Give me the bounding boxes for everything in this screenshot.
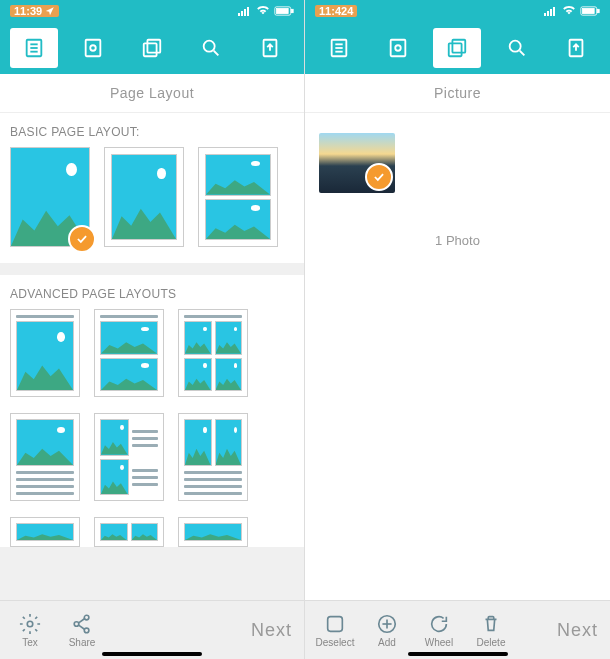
add-label: Add xyxy=(378,637,396,648)
layout-adv-9[interactable] xyxy=(178,517,248,547)
svg-line-40 xyxy=(520,51,525,56)
layout-adv-5[interactable] xyxy=(94,413,164,501)
wheel-label: Wheel xyxy=(425,637,453,648)
status-time: 11:39 xyxy=(10,5,59,17)
wheel-button[interactable]: Wheel xyxy=(413,613,465,648)
layout-adv-7[interactable] xyxy=(10,517,80,547)
phone-right: 11:424 Picture 1 Photo Deselect Add xyxy=(305,0,610,659)
svg-point-39 xyxy=(510,41,521,52)
svg-rect-6 xyxy=(277,9,289,14)
svg-rect-37 xyxy=(453,40,466,53)
svg-rect-13 xyxy=(147,40,160,53)
tab-pictures[interactable] xyxy=(433,28,481,68)
svg-rect-27 xyxy=(553,7,555,16)
status-icons xyxy=(238,6,294,16)
svg-rect-14 xyxy=(144,43,157,56)
tab-export[interactable] xyxy=(552,28,600,68)
time-text: 11:424 xyxy=(319,5,353,17)
svg-rect-5 xyxy=(292,9,294,12)
layout-adv-2[interactable] xyxy=(94,309,164,397)
tab-settings[interactable] xyxy=(69,28,117,68)
svg-point-18 xyxy=(27,621,33,627)
svg-point-12 xyxy=(90,45,96,51)
basic-section: BASIC PAGE LAYOUT: xyxy=(0,113,304,263)
bottom-bar: Tex Share Next xyxy=(0,600,304,659)
tab-layout[interactable] xyxy=(10,28,58,68)
svg-rect-29 xyxy=(598,9,600,12)
tab-search[interactable] xyxy=(493,28,541,68)
layout-adv-8[interactable] xyxy=(94,517,164,547)
text-button[interactable]: Tex xyxy=(4,613,56,648)
phone-left: 11:39 Page Layout BASIC PAGE LAYOUT: xyxy=(0,0,305,659)
svg-rect-3 xyxy=(247,7,249,16)
status-bar: 11:424 xyxy=(305,0,610,22)
tab-export[interactable] xyxy=(246,28,294,68)
svg-rect-38 xyxy=(449,43,462,56)
content-area: BASIC PAGE LAYOUT: ADVANCED PAGE LAYOUTS xyxy=(0,113,304,600)
svg-rect-2 xyxy=(244,9,246,16)
share-label: Share xyxy=(69,637,96,648)
status-time: 11:424 xyxy=(315,5,357,17)
advanced-section: ADVANCED PAGE LAYOUTS xyxy=(0,275,304,547)
svg-rect-26 xyxy=(550,9,552,16)
layout-bordered[interactable] xyxy=(104,147,184,247)
deselect-button[interactable]: Deselect xyxy=(309,613,361,648)
time-text: 11:39 xyxy=(14,5,42,17)
tab-layout[interactable] xyxy=(315,28,363,68)
svg-rect-42 xyxy=(328,616,343,631)
home-indicator xyxy=(408,652,508,656)
advanced-header: ADVANCED PAGE LAYOUTS xyxy=(0,275,304,309)
tab-search[interactable] xyxy=(187,28,235,68)
selected-icon xyxy=(68,225,96,253)
layout-adv-3[interactable] xyxy=(178,309,248,397)
layout-split[interactable] xyxy=(198,147,278,247)
svg-rect-11 xyxy=(85,40,100,57)
status-icons xyxy=(544,6,600,16)
tab-pictures[interactable] xyxy=(128,28,176,68)
svg-rect-0 xyxy=(238,13,240,16)
page-title: Picture xyxy=(305,74,610,113)
svg-line-16 xyxy=(214,51,219,56)
photo-count: 1 Photo xyxy=(319,233,596,248)
basic-header: BASIC PAGE LAYOUT: xyxy=(0,113,304,147)
top-tabs xyxy=(305,22,610,74)
svg-point-36 xyxy=(395,45,401,51)
svg-rect-30 xyxy=(583,9,595,14)
text-label: Tex xyxy=(22,637,38,648)
selected-icon xyxy=(365,163,393,191)
deselect-label: Deselect xyxy=(316,637,355,648)
add-button[interactable]: Add xyxy=(361,613,413,648)
page-title: Page Layout xyxy=(0,74,304,113)
layout-adv-4[interactable] xyxy=(10,413,80,501)
next-button[interactable]: Next xyxy=(557,620,606,641)
status-bar: 11:39 xyxy=(0,0,304,22)
layout-single[interactable] xyxy=(10,147,90,247)
share-button[interactable]: Share xyxy=(56,613,108,648)
delete-label: Delete xyxy=(477,637,506,648)
svg-rect-35 xyxy=(391,40,406,57)
svg-line-22 xyxy=(78,618,84,623)
home-indicator xyxy=(102,652,202,656)
layout-adv-6[interactable] xyxy=(178,413,248,501)
tab-settings[interactable] xyxy=(374,28,422,68)
photo-thumbnail[interactable] xyxy=(319,133,395,193)
photo-grid: 1 Photo xyxy=(305,113,610,268)
bottom-bar: Deselect Add Wheel Delete Next xyxy=(305,600,610,659)
layout-adv-1[interactable] xyxy=(10,309,80,397)
svg-rect-1 xyxy=(241,11,243,16)
next-button[interactable]: Next xyxy=(251,620,300,641)
svg-rect-24 xyxy=(544,13,546,16)
content-area: 1 Photo xyxy=(305,113,610,600)
svg-point-15 xyxy=(204,41,215,52)
top-tabs xyxy=(0,22,304,74)
svg-line-23 xyxy=(78,624,84,629)
delete-button[interactable]: Delete xyxy=(465,613,517,648)
svg-rect-25 xyxy=(547,11,549,16)
